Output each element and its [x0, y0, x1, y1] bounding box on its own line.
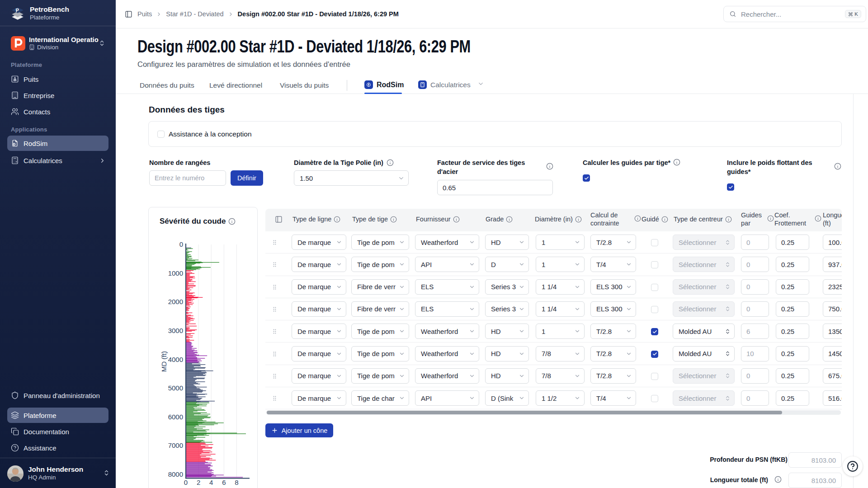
- svg-text:5000: 5000: [168, 384, 183, 392]
- svg-text:1000: 1000: [168, 269, 183, 277]
- svg-text:2: 2: [197, 479, 200, 486]
- svg-text:4000: 4000: [168, 356, 183, 363]
- svg-text:6000: 6000: [168, 413, 183, 421]
- svg-text:7000: 7000: [168, 441, 183, 449]
- svg-text:4: 4: [209, 479, 213, 486]
- svg-text:3000: 3000: [168, 327, 183, 334]
- svg-text:6: 6: [222, 479, 226, 486]
- svg-text:0: 0: [179, 240, 183, 248]
- svg-text:2000: 2000: [168, 298, 183, 305]
- svg-text:8000: 8000: [168, 470, 183, 478]
- svg-text:0: 0: [184, 479, 188, 486]
- svg-text:MD (ft): MD (ft): [160, 351, 168, 372]
- svg-text:8: 8: [235, 479, 238, 486]
